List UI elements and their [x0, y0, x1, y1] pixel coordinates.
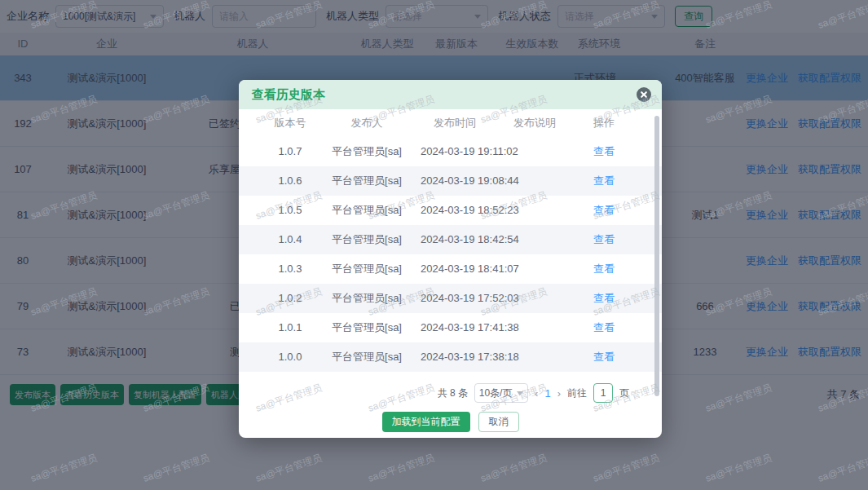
cell-version: 1.0.7 — [255, 137, 325, 166]
goto-label: 前往 — [567, 386, 587, 400]
cell-operation: 查看 — [569, 137, 639, 166]
modal-actions: 加载到当前配置 取消 — [239, 412, 662, 432]
cell-version: 1.0.1 — [255, 313, 325, 342]
cell-publish-note — [508, 137, 562, 166]
version-row: 1.0.7 平台管理员[sa] 2024-03-19 19:11:02 查看 — [239, 137, 662, 166]
cell-publish-note — [508, 254, 562, 284]
next-page-icon[interactable]: › — [557, 387, 561, 400]
cell-version: 1.0.5 — [255, 196, 325, 225]
view-link[interactable]: 查看 — [593, 263, 615, 275]
goto-page-input[interactable] — [593, 383, 613, 403]
view-link[interactable]: 查看 — [593, 351, 615, 363]
version-row: 1.0.3 平台管理员[sa] 2024-03-19 18:41:07 查看 — [239, 254, 662, 284]
modal-title: 查看历史版本 — [252, 87, 325, 103]
header-version: 版本号 — [255, 109, 325, 137]
prev-page-icon[interactable]: ‹ — [535, 387, 538, 400]
pagination-total: 共 8 条 — [438, 386, 468, 400]
cell-publisher: 平台管理员[sa] — [328, 166, 405, 196]
modal-header: 查看历史版本 — [239, 80, 662, 109]
cell-operation: 查看 — [569, 254, 639, 284]
version-row: 1.0.2 平台管理员[sa] 2024-03-19 17:52:03 查看 — [239, 284, 662, 313]
app-root: 企业名称 1000[测试&演示] 机器人 机器人类型 请选择 机器人状态 请选择… — [0, 0, 868, 490]
view-link[interactable]: 查看 — [593, 321, 615, 333]
pagination: 共 8 条 10条/页 ‹ 1 › 前往 页 — [438, 383, 629, 403]
cell-version: 1.0.6 — [255, 166, 325, 196]
version-row: 1.0.4 平台管理员[sa] 2024-03-19 18:42:54 查看 — [239, 225, 662, 254]
cell-operation: 查看 — [569, 342, 639, 372]
header-publish-note: 发布说明 — [500, 109, 570, 137]
cell-publisher: 平台管理员[sa] — [328, 225, 405, 254]
cell-publisher: 平台管理员[sa] — [328, 137, 405, 166]
page-size-select[interactable]: 10条/页 — [474, 383, 528, 403]
cell-version: 1.0.3 — [255, 254, 325, 284]
version-row: 1.0.0 平台管理员[sa] 2024-03-19 17:38:18 查看 — [239, 342, 662, 372]
view-link[interactable]: 查看 — [593, 145, 615, 157]
version-table-header: 版本号 发布人 发布时间 发布说明 操作 — [239, 109, 662, 137]
cell-publisher: 平台管理员[sa] — [328, 196, 405, 225]
view-link[interactable]: 查看 — [593, 174, 615, 187]
cell-publish-note — [508, 196, 562, 225]
cell-publisher: 平台管理员[sa] — [328, 284, 405, 313]
version-row: 1.0.5 平台管理员[sa] 2024-03-19 18:52:23 查看 — [239, 196, 662, 225]
page-size-value: 10条/页 — [479, 386, 513, 400]
cell-publish-note — [508, 225, 562, 254]
cell-publish-note — [508, 284, 562, 313]
header-publish-time: 发布时间 — [410, 109, 500, 137]
cell-publish-note — [508, 166, 562, 196]
cell-publisher: 平台管理员[sa] — [328, 254, 405, 284]
load-to-current-config-button[interactable]: 加载到当前配置 — [382, 412, 470, 432]
goto-page-suffix: 页 — [619, 386, 629, 400]
page-number[interactable]: 1 — [544, 387, 550, 400]
version-table-rows: 1.0.7 平台管理员[sa] 2024-03-19 19:11:02 查看 1… — [239, 137, 662, 372]
cell-operation: 查看 — [569, 284, 639, 313]
version-row: 1.0.6 平台管理员[sa] 2024-03-19 19:08:44 查看 — [239, 166, 662, 196]
header-operation: 操作 — [569, 109, 639, 137]
cell-operation: 查看 — [569, 313, 639, 342]
close-icon[interactable] — [637, 87, 651, 102]
view-link[interactable]: 查看 — [593, 292, 615, 304]
cell-operation: 查看 — [569, 225, 639, 254]
view-link[interactable]: 查看 — [593, 204, 615, 216]
modal-scrollbar[interactable] — [654, 116, 659, 396]
cell-publish-note — [508, 342, 562, 372]
header-publisher: 发布人 — [328, 109, 405, 137]
cell-operation: 查看 — [569, 196, 639, 225]
chevron-down-icon — [517, 391, 523, 395]
version-row: 1.0.1 平台管理员[sa] 2024-03-19 17:41:38 查看 — [239, 313, 662, 342]
history-version-modal: 查看历史版本 版本号 发布人 发布时间 发布说明 操作 1.0.7 平台管理员[… — [239, 80, 662, 438]
cell-publish-note — [508, 313, 562, 342]
cell-publisher: 平台管理员[sa] — [328, 313, 405, 342]
cancel-button[interactable]: 取消 — [478, 412, 519, 432]
cell-version: 1.0.4 — [255, 225, 325, 254]
cell-operation: 查看 — [569, 166, 639, 196]
view-link[interactable]: 查看 — [593, 233, 615, 245]
cell-publisher: 平台管理员[sa] — [328, 342, 405, 372]
cell-version: 1.0.0 — [255, 342, 325, 372]
cell-version: 1.0.2 — [255, 284, 325, 313]
